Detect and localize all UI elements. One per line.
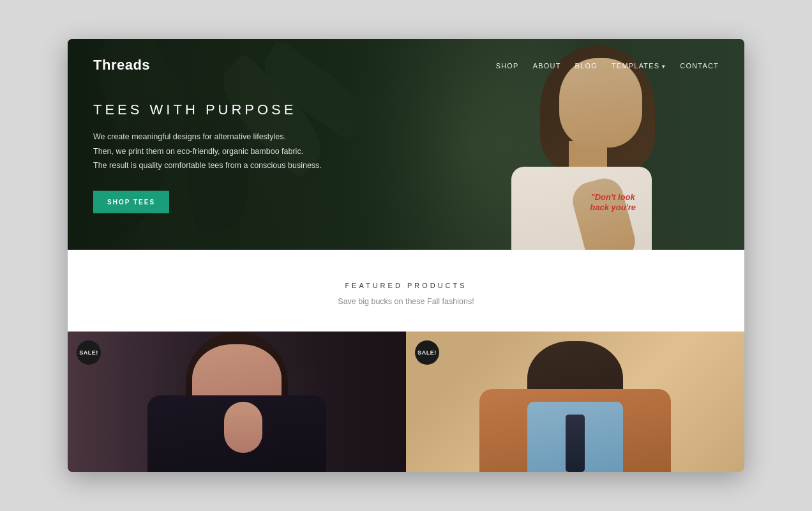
hero-description: We create meaningful designs for alterna… (93, 130, 322, 173)
nav-link-contact[interactable]: CONTACT (680, 62, 719, 70)
shirt-text: "Don't look back you're (590, 192, 636, 212)
shop-tees-button[interactable]: SHOP TEES (93, 190, 169, 213)
navigation: Threads SHOP ABOUT BLOG TEMPLATES CONTAC… (68, 39, 744, 91)
hero-title: TEES WITH PURPOSE (93, 102, 322, 118)
nav-item-contact[interactable]: CONTACT (680, 59, 719, 71)
featured-title: FEATURED PRODUCTS (68, 282, 744, 289)
hero-content: TEES WITH PURPOSE We create meaningful d… (93, 102, 322, 213)
product-card-1[interactable]: SALE! (68, 332, 406, 472)
featured-section: FEATURED PRODUCTS Save big bucks on thes… (68, 250, 744, 472)
product1-person-hand (224, 402, 262, 453)
nav-item-blog[interactable]: BLOG (575, 59, 598, 71)
hero-desc-line2: Then, we print them on eco-friendly, org… (93, 146, 303, 155)
product2-person-tie (566, 415, 585, 472)
brand-logo[interactable]: Threads (93, 57, 150, 73)
featured-subtitle: Save big bucks on these Fall fashions! (68, 297, 744, 306)
nav-item-about[interactable]: ABOUT (533, 59, 561, 71)
nav-link-blog[interactable]: BLOG (575, 62, 598, 70)
hero-desc-line1: We create meaningful designs for alterna… (93, 132, 286, 141)
nav-link-templates[interactable]: TEMPLATES (612, 62, 666, 70)
hero-desc-line3: The result is quality comfortable tees f… (93, 161, 322, 170)
product-card-2[interactable]: SALE! (406, 332, 744, 472)
sale-badge-2: SALE! (415, 340, 439, 365)
nav-link-shop[interactable]: SHOP (496, 62, 519, 70)
nav-item-shop[interactable]: SHOP (496, 59, 519, 71)
products-grid: SALE! SALE! (68, 332, 744, 472)
nav-item-templates[interactable]: TEMPLATES (612, 59, 666, 71)
nav-links: SHOP ABOUT BLOG TEMPLATES CONTACT (496, 59, 719, 71)
hero-section: "Don't look back you're Threads SHOP ABO… (68, 39, 744, 250)
sale-badge-1: SALE! (77, 340, 101, 365)
nav-link-about[interactable]: ABOUT (533, 62, 561, 70)
browser-window: "Don't look back you're Threads SHOP ABO… (68, 39, 744, 472)
